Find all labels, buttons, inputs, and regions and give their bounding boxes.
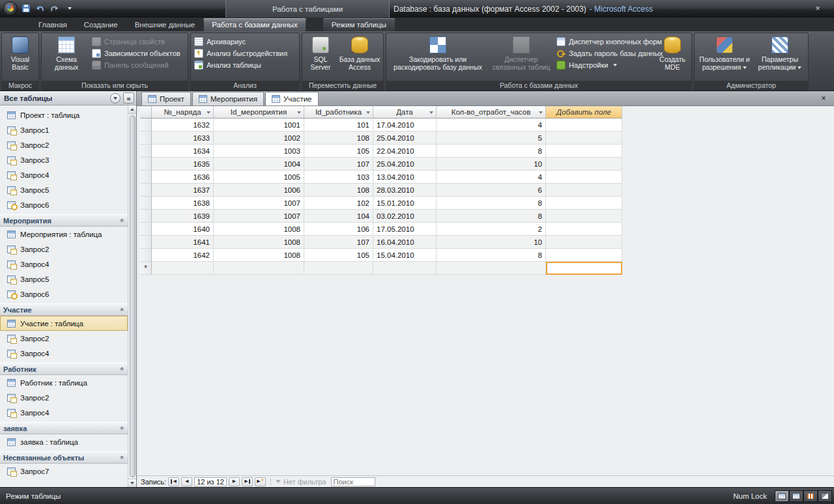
cell[interactable] (437, 262, 546, 275)
column-dropdown-icon[interactable] (429, 111, 433, 114)
nav-pane-scrollbar[interactable] (128, 105, 136, 487)
nav-pane-header[interactable]: Все таблицы « (0, 91, 136, 105)
cell[interactable]: 1008 (214, 249, 304, 262)
cell[interactable]: 1008 (214, 236, 304, 249)
nav-item[interactable]: Запрос5 (0, 182, 128, 197)
object-dependencies-button[interactable]: Зависимости объектов (91, 49, 187, 58)
sql-server-button[interactable]: SQL Server (304, 34, 337, 80)
cell[interactable]: 1633 (152, 132, 214, 145)
add-field-cell[interactable] (546, 119, 622, 132)
add-field-cell[interactable] (546, 145, 622, 158)
cell[interactable] (373, 262, 437, 275)
previous-record-button[interactable]: ◀ (181, 477, 192, 486)
document-close-button[interactable]: × (819, 94, 828, 103)
add-field-cell[interactable] (546, 132, 622, 145)
new-record-button[interactable]: ▶* (255, 477, 266, 486)
cell[interactable]: 1002 (214, 132, 304, 145)
cell[interactable]: 1001 (214, 119, 304, 132)
cell[interactable]: 5 (437, 132, 546, 145)
nav-item[interactable]: Запрос2 (0, 331, 128, 346)
scrollbar-thumb[interactable] (130, 115, 136, 477)
cell[interactable]: 2 (437, 223, 546, 236)
row-selector[interactable] (140, 210, 152, 223)
column-dropdown-icon[interactable] (539, 111, 543, 114)
nav-item[interactable]: Мероприятия : таблица (0, 227, 128, 242)
cell[interactable]: 15.04.2010 (373, 249, 437, 262)
row-selector[interactable] (140, 249, 152, 262)
switchboard-manager-button[interactable]: Диспетчер кнопочных форм (555, 37, 653, 46)
column-dropdown-icon[interactable] (297, 111, 301, 114)
row-selector[interactable] (140, 223, 152, 236)
message-bar-button[interactable]: Панель сообщений (91, 61, 187, 70)
cell[interactable]: 107 (304, 158, 373, 171)
cell[interactable]: 107 (304, 236, 373, 249)
row-selector[interactable] (140, 171, 152, 184)
nav-item[interactable]: заявка : таблица (0, 434, 128, 449)
document-tab[interactable]: Проект (141, 92, 191, 105)
ribbon-tab[interactable]: Режим таблицы (323, 18, 395, 31)
nav-item[interactable]: Запрос2 (0, 137, 128, 152)
qat-customize-button[interactable] (63, 3, 75, 15)
column-header[interactable]: №_наряда (152, 106, 214, 119)
cell[interactable]: 17.04.2010 (373, 119, 437, 132)
cell[interactable]: 8 (437, 197, 546, 210)
cell[interactable]: 103 (304, 171, 373, 184)
add-field-cell[interactable] (546, 249, 622, 262)
cell[interactable]: 25.04.2010 (373, 158, 437, 171)
cell[interactable]: 1003 (214, 145, 304, 158)
encode-decode-button[interactable]: Закодировать или раскодировать базу данн… (388, 34, 487, 80)
add-field-cell[interactable] (546, 236, 622, 249)
cell[interactable]: 1005 (214, 171, 304, 184)
cell[interactable]: 1634 (152, 145, 214, 158)
make-mde-button[interactable]: Создать MDE (654, 34, 691, 80)
cell[interactable]: 1639 (152, 210, 214, 223)
column-header[interactable]: Id_работника (304, 106, 373, 119)
scroll-down-button[interactable] (128, 479, 137, 487)
cell[interactable]: 25.04.2010 (373, 132, 437, 145)
document-tab[interactable]: Участие (265, 92, 319, 105)
cell[interactable]: 28.03.2010 (373, 184, 437, 197)
cell[interactable]: 1006 (214, 184, 304, 197)
cell[interactable]: 8 (437, 249, 546, 262)
cell[interactable]: 13.04.2010 (373, 171, 437, 184)
selected-cell[interactable] (546, 262, 622, 275)
nav-item[interactable]: Участие : таблица (0, 316, 128, 331)
cell[interactable]: 1638 (152, 197, 214, 210)
cell[interactable]: 108 (304, 132, 373, 145)
cell[interactable]: 15.01.2010 (373, 197, 437, 210)
nav-section-header[interactable]: Мероприятия« (0, 214, 128, 227)
cell[interactable]: 1637 (152, 184, 214, 197)
nav-item[interactable]: Запрос5 (0, 272, 128, 287)
cell[interactable]: 104 (304, 210, 373, 223)
ribbon-tab[interactable]: Главная (30, 18, 76, 31)
cell[interactable]: 1640 (152, 223, 214, 236)
close-button[interactable]: × (809, 3, 826, 14)
property-sheet-button[interactable]: Страница свойств (91, 37, 187, 46)
ribbon-tab[interactable]: Создание (76, 18, 126, 31)
cell[interactable]: 10 (437, 236, 546, 249)
add-field-cell[interactable] (546, 197, 622, 210)
row-selector[interactable] (140, 132, 152, 145)
cell[interactable]: 1008 (214, 223, 304, 236)
nav-section-header[interactable]: заявка« (0, 422, 128, 434)
cell[interactable] (152, 262, 214, 275)
nav-section-header[interactable]: Работник« (0, 363, 128, 375)
save-button[interactable] (20, 3, 32, 15)
nav-item[interactable]: Запрос6 (0, 287, 128, 301)
analyze-table-button[interactable]: Анализ таблицы (193, 61, 289, 70)
row-selector[interactable] (140, 145, 152, 158)
nav-item[interactable]: Запрос7 (0, 464, 128, 479)
row-selector[interactable] (140, 197, 152, 210)
datasheet-corner[interactable] (140, 106, 152, 119)
add-field-cell[interactable] (546, 171, 622, 184)
nav-item[interactable]: Работник : таблица (0, 375, 128, 390)
column-header[interactable]: Дата (373, 106, 437, 119)
visual-basic-button[interactable]: Visual Basic (4, 34, 36, 80)
cell[interactable]: 16.04.2010 (373, 236, 437, 249)
cell[interactable]: 4 (437, 119, 546, 132)
ribbon-tab[interactable]: Внешние данные (126, 18, 203, 31)
cell[interactable]: 1632 (152, 119, 214, 132)
cell[interactable]: 1007 (214, 197, 304, 210)
cell[interactable]: 102 (304, 197, 373, 210)
cell[interactable]: 6 (437, 184, 546, 197)
